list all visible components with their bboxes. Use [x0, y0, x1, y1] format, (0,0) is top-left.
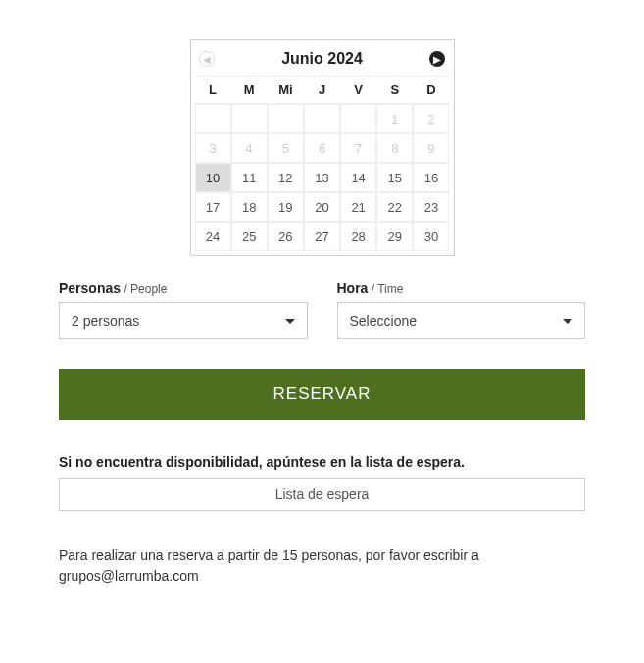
calendar-day[interactable]: 22: [376, 192, 413, 222]
calendar-day[interactable]: 10: [195, 163, 231, 192]
people-label: Personas / People: [59, 280, 308, 296]
calendar-dow-cell: L: [195, 82, 231, 97]
calendar-dow-cell: J: [304, 82, 340, 97]
time-label: Hora / Time: [337, 280, 586, 296]
calendar-day: [268, 104, 304, 133]
calendar-dow-cell: S: [376, 82, 413, 97]
calendar-dow-cell: D: [413, 82, 449, 97]
calendar-day[interactable]: 17: [195, 192, 231, 222]
people-select-value: 2 personas: [72, 313, 139, 329]
time-select[interactable]: Seleccione: [337, 302, 586, 339]
calendar-day[interactable]: 18: [231, 192, 268, 222]
waitlist-button[interactable]: Lista de espera: [59, 478, 585, 511]
calendar-day[interactable]: 23: [413, 192, 449, 222]
calendar-day: 3: [195, 133, 231, 163]
caret-down-icon: [563, 319, 572, 324]
calendar-title: Junio 2024: [281, 50, 363, 68]
calendar-day: 5: [268, 133, 304, 163]
calendar-day[interactable]: 25: [231, 222, 268, 251]
calendar-day: [231, 104, 268, 133]
calendar-day: [304, 104, 340, 133]
calendar-day: 6: [304, 133, 340, 163]
calendar-day[interactable]: 19: [268, 192, 304, 222]
calendar: ◀ Junio 2024 ▶ LMMiJVSD 1234567891011121…: [190, 39, 455, 256]
calendar-day[interactable]: 13: [304, 163, 340, 192]
calendar-dow-cell: V: [340, 82, 376, 97]
calendar-day[interactable]: 14: [340, 163, 376, 192]
calendar-day: [195, 104, 231, 133]
calendar-day[interactable]: 15: [376, 163, 413, 192]
time-select-value: Seleccione: [350, 313, 418, 329]
footer-text: Para realizar una reserva a partir de 15…: [59, 545, 585, 586]
reserve-button[interactable]: RESERVAR: [59, 369, 585, 420]
calendar-day: 1: [376, 104, 413, 133]
calendar-day[interactable]: 11: [231, 163, 268, 192]
calendar-day[interactable]: 30: [413, 222, 449, 251]
calendar-day: 7: [340, 133, 376, 163]
waitlist-text: Si no encuentra disponibilidad, apúntese…: [59, 454, 585, 470]
calendar-day: 9: [413, 133, 449, 163]
calendar-day[interactable]: 29: [376, 222, 413, 251]
people-select[interactable]: 2 personas: [59, 302, 308, 339]
calendar-day[interactable]: 16: [413, 163, 449, 192]
calendar-day: 8: [376, 133, 413, 163]
calendar-grid: 1234567891011121314151617181920212223242…: [195, 104, 450, 251]
calendar-day[interactable]: 20: [304, 192, 340, 222]
calendar-day: 2: [413, 104, 449, 133]
calendar-dow-row: LMMiJVSD: [195, 76, 450, 104]
calendar-next-icon[interactable]: ▶: [429, 51, 445, 67]
calendar-day: 4: [231, 133, 268, 163]
calendar-day[interactable]: 26: [268, 222, 304, 251]
calendar-day[interactable]: 24: [195, 222, 231, 251]
calendar-day[interactable]: 21: [340, 192, 376, 222]
calendar-day[interactable]: 12: [268, 163, 304, 192]
calendar-day: [340, 104, 376, 133]
calendar-prev-icon[interactable]: ◀: [199, 51, 215, 67]
caret-down-icon: [285, 319, 295, 324]
calendar-dow-cell: Mi: [268, 82, 304, 97]
calendar-dow-cell: M: [231, 82, 268, 97]
calendar-day[interactable]: 27: [304, 222, 340, 251]
calendar-day[interactable]: 28: [340, 222, 376, 251]
